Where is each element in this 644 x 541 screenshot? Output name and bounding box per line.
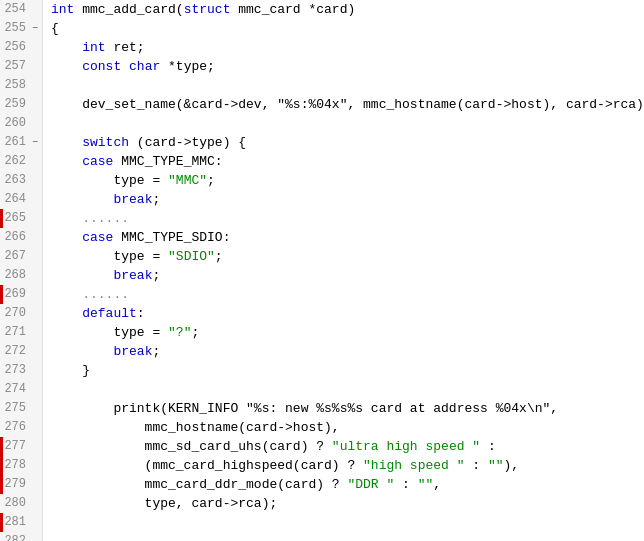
token-str: "DDR " [347,477,394,492]
line-number: 265 [0,209,32,228]
code-line [51,513,644,532]
fold-icon[interactable]: − [32,133,42,152]
code-line: type = "?"; [51,323,644,342]
code-line: type, card->rca); [51,494,644,513]
code-line: case MMC_TYPE_SDIO: [51,228,644,247]
line-number: 274 [0,380,32,399]
token-plain: type = [51,325,168,340]
token-plain: type, card->rca); [51,496,277,511]
code-line: break; [51,190,644,209]
token-dots: ...... [51,534,98,541]
code-line: int mmc_add_card(struct mmc_card *card) [51,0,644,19]
token-plain: mmc_add_card( [74,2,183,17]
line-number: 262 [0,152,32,171]
red-bar [0,513,3,532]
code-line: const char *type; [51,57,644,76]
token-str: "ultra high speed " [332,439,480,454]
token-kw: case [82,230,113,245]
token-plain: (mmc_card_highspeed(card) ? [51,458,363,473]
code-line: switch (card->type) { [51,133,644,152]
code-line: type = "MMC"; [51,171,644,190]
line-info: 275 [0,399,42,418]
line-number: 257 [0,57,32,76]
token-plain: ret; [106,40,145,55]
code-line [51,114,644,133]
token-plain: : [137,306,145,321]
code-line: { [51,19,644,38]
token-plain: printk(KERN_INFO "%s: new %s%s%s card at… [51,401,558,416]
token-kw: case [82,154,113,169]
code-line: int ret; [51,38,644,57]
line-number: 263 [0,171,32,190]
red-bar [0,285,3,304]
token-plain [51,154,82,169]
token-kw: const [82,59,121,74]
line-number: 277 [0,437,32,456]
line-info: 269 [0,285,42,304]
line-number: 255 [0,19,32,38]
line-number: 269 [0,285,32,304]
token-plain: ; [215,249,223,264]
token-plain: *type; [160,59,215,74]
code-line: dev_set_name(&card->dev, "%s:%04x", mmc_… [51,95,644,114]
line-info: 256 [0,38,42,57]
line-number: 267 [0,247,32,266]
token-plain [51,268,113,283]
line-number: 278 [0,456,32,475]
token-plain [51,135,82,150]
line-number: 258 [0,76,32,95]
line-number: 272 [0,342,32,361]
token-kw: switch [82,135,129,150]
token-plain [51,344,113,359]
line-info: 271 [0,323,42,342]
code-area[interactable]: int mmc_add_card(struct mmc_card *card){… [43,0,644,541]
line-info: 274 [0,380,42,399]
line-number: 254 [0,0,32,19]
code-line: mmc_card_ddr_mode(card) ? "DDR " : "", [51,475,644,494]
token-plain: , [433,477,441,492]
fold-icon[interactable]: − [32,19,42,38]
line-number: 260 [0,114,32,133]
token-plain: ; [152,344,160,359]
line-number: 276 [0,418,32,437]
token-plain [51,59,82,74]
line-number: 271 [0,323,32,342]
token-plain: ; [191,325,199,340]
line-info: 259 [0,95,42,114]
line-number: 264 [0,190,32,209]
token-plain [51,306,82,321]
line-info: 280 [0,494,42,513]
token-plain: (card->type) { [129,135,246,150]
line-info: 278 [0,456,42,475]
line-number: 282 [0,532,32,541]
line-number: 275 [0,399,32,418]
token-plain [51,192,113,207]
line-number: 259 [0,95,32,114]
line-info: 257 [0,57,42,76]
token-plain: mmc_card_ddr_mode(card) ? [51,477,347,492]
token-dots: ...... [82,211,129,226]
code-line: ...... [51,532,644,541]
line-info: 277 [0,437,42,456]
token-plain: type = [51,173,168,188]
token-kw: char [129,59,160,74]
token-dots: ...... [82,287,129,302]
code-line: ...... [51,209,644,228]
red-bar [0,456,3,475]
line-info: 258 [0,76,42,95]
line-number: 261 [0,133,32,152]
token-plain: MMC_TYPE_MMC: [113,154,222,169]
token-str: "" [418,477,434,492]
code-line: ...... [51,285,644,304]
code-line: break; [51,266,644,285]
line-number: 256 [0,38,32,57]
token-kw: default [82,306,137,321]
token-plain: mmc_sd_card_uhs(card) ? [51,439,332,454]
line-number: 270 [0,304,32,323]
token-kw: break [113,268,152,283]
line-info: 268 [0,266,42,285]
line-info: 264 [0,190,42,209]
line-info: 260 [0,114,42,133]
token-plain: ; [152,192,160,207]
token-kw: break [113,344,152,359]
